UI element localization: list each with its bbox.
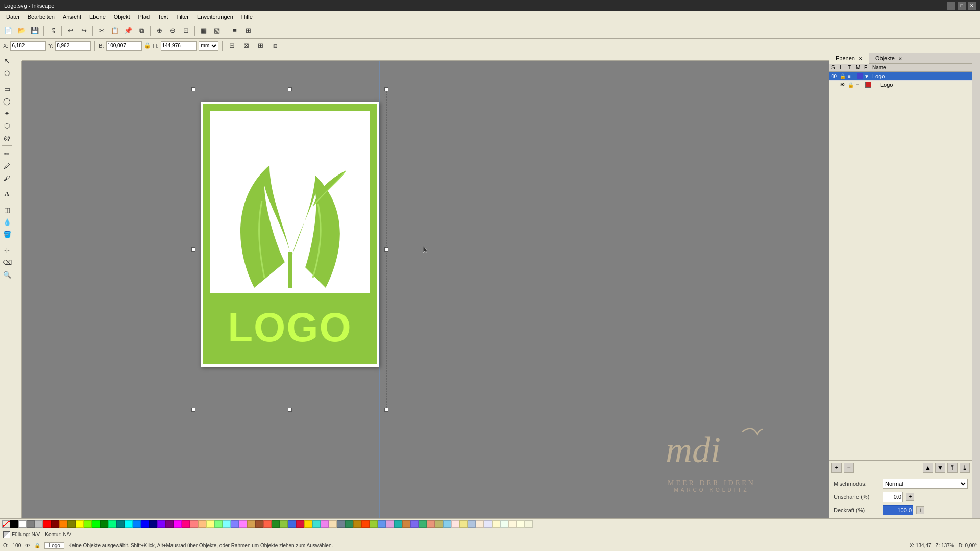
palette-color-maroon[interactable]: [51, 520, 59, 528]
unschaerfe-add[interactable]: +: [906, 493, 914, 501]
zoom-fit-button[interactable]: ⊡: [180, 24, 192, 37]
minimize-button[interactable]: ─: [947, 2, 955, 10]
close-button[interactable]: ✕: [968, 2, 976, 10]
palette-color-wheat[interactable]: [329, 520, 337, 528]
rect-tool[interactable]: ▭: [2, 83, 13, 94]
b-input[interactable]: 100,007: [106, 41, 142, 51]
star-tool[interactable]: ✦: [2, 108, 13, 119]
palette-color-skyblue[interactable]: [443, 520, 451, 528]
palette-color-turquoise[interactable]: [312, 520, 321, 528]
fill-swatch[interactable]: [3, 531, 10, 538]
tab-objekte[interactable]: Objekte ✕: [869, 53, 909, 63]
palette-color-cyan[interactable]: [125, 520, 133, 528]
palette-color-lightgreen[interactable]: [214, 520, 223, 528]
palette-color-yellowgreen[interactable]: [370, 520, 378, 528]
deckraft-add[interactable]: +: [916, 506, 924, 514]
layer2-list[interactable]: ≡: [856, 82, 864, 88]
canvas-area[interactable]: LOGO mdi: [14, 53, 829, 518]
layer1-list[interactable]: ≡: [848, 73, 856, 79]
ungroup-button[interactable]: ▧: [211, 24, 223, 37]
palette-color-antiquewhite[interactable]: [476, 520, 484, 528]
menu-hilfe[interactable]: Hilfe: [237, 13, 257, 21]
palette-color-darkkhaki[interactable]: [435, 520, 443, 528]
transform-btn-4[interactable]: ⧈: [269, 40, 281, 52]
handle-bottom-left[interactable]: [191, 408, 195, 412]
palette-color-gray[interactable]: [27, 520, 35, 528]
print-button[interactable]: 🖨: [46, 24, 59, 37]
transform-btn-1[interactable]: ⊟: [226, 40, 238, 52]
y-input[interactable]: 8,962: [55, 41, 91, 51]
transform-btn-3[interactable]: ⊞: [255, 40, 267, 52]
layer2-eye[interactable]: 👁: [840, 82, 848, 88]
handle-middle-right[interactable]: [384, 247, 388, 252]
redo-button[interactable]: ↪: [78, 24, 90, 37]
palette-color-lavender[interactable]: [484, 520, 492, 528]
palette-color-gold[interactable]: [247, 520, 255, 528]
zoom-in-button[interactable]: ⊕: [153, 24, 165, 37]
menu-pfad[interactable]: Pfad: [134, 13, 154, 21]
cut-button[interactable]: ✂: [95, 24, 108, 37]
palette-color-orangered[interactable]: [361, 520, 370, 528]
palette-color-azure[interactable]: [133, 520, 141, 528]
spiral-tool[interactable]: @: [2, 132, 13, 143]
palette-color-darksalmon[interactable]: [427, 520, 435, 528]
unschaerfe-input[interactable]: 0.0: [883, 492, 903, 502]
maximize-button[interactable]: □: [958, 2, 966, 10]
palette-color-olive[interactable]: [67, 520, 76, 528]
palette-color-peru[interactable]: [402, 520, 410, 528]
gradient-tool[interactable]: ◫: [2, 204, 13, 215]
palette-color-lightyellow[interactable]: [206, 520, 214, 528]
palette-color-cornsilk[interactable]: [508, 520, 517, 528]
palette-color-red[interactable]: [43, 520, 51, 528]
palette-color-seagreen[interactable]: [345, 520, 353, 528]
palette-color-cornflower[interactable]: [378, 520, 386, 528]
palette-color-orange[interactable]: [59, 520, 67, 528]
palette-color-orchid[interactable]: [321, 520, 329, 528]
palette-color-magenta[interactable]: [174, 520, 182, 528]
palette-color-plum[interactable]: [386, 520, 394, 528]
h-input[interactable]: 144,976: [161, 41, 197, 51]
paint-bucket-tool[interactable]: 🪣: [2, 229, 13, 240]
handle-bottom-middle[interactable]: [288, 408, 292, 412]
palette-color-lightcyan[interactable]: [223, 520, 231, 528]
ellipse-tool[interactable]: ◯: [2, 95, 13, 107]
palette-color-lightmagenta[interactable]: [239, 520, 247, 528]
layer-down-button[interactable]: ▼: [935, 463, 945, 473]
palette-color-royalblue[interactable]: [288, 520, 296, 528]
palette-color-beige[interactable]: [525, 520, 533, 528]
deckraft-input[interactable]: 100.0: [883, 505, 913, 515]
layer-bottom-button[interactable]: ⤓: [960, 463, 970, 473]
calligraphy-tool[interactable]: 🖋: [2, 172, 13, 184]
palette-color-mistyrose[interactable]: [451, 520, 459, 528]
palette-color-tomato[interactable]: [263, 520, 272, 528]
palette-color-purple[interactable]: [165, 520, 174, 528]
layer-row-2[interactable]: 👁 🔒 ≡ Logo: [829, 81, 972, 89]
palette-color-chartreuse[interactable]: [84, 520, 92, 528]
palette-color-salmon[interactable]: [190, 520, 198, 528]
palette-color-lightseagreen[interactable]: [394, 520, 402, 528]
menu-text[interactable]: Text: [154, 13, 172, 21]
palette-color-lemonchiffon[interactable]: [492, 520, 500, 528]
open-button[interactable]: 📂: [15, 24, 28, 37]
palette-color-lightyellow2[interactable]: [517, 520, 525, 528]
drawing-canvas[interactable]: LOGO mdi: [22, 61, 829, 518]
palette-color-rose[interactable]: [182, 520, 190, 528]
palette-color-khaki[interactable]: [459, 520, 468, 528]
tab-ebenen[interactable]: Ebenen ✕: [829, 53, 869, 64]
layer-up-button[interactable]: ▲: [923, 463, 933, 473]
palette-color-medseagreen[interactable]: [419, 520, 427, 528]
menu-erweiterungen[interactable]: Erweiterungen: [193, 13, 237, 21]
palette-color-green[interactable]: [100, 520, 108, 528]
handle-bottom-right[interactable]: [384, 408, 388, 412]
palette-color-peach[interactable]: [198, 520, 206, 528]
palette-color-slate[interactable]: [337, 520, 345, 528]
palette-color-violet[interactable]: [157, 520, 165, 528]
distribute-button[interactable]: ⊞: [242, 24, 254, 37]
paste-button[interactable]: 📌: [122, 24, 134, 37]
menu-objekt[interactable]: Objekt: [110, 13, 134, 21]
group-button[interactable]: ▦: [198, 24, 210, 37]
palette-color-spring[interactable]: [108, 520, 116, 528]
new-button[interactable]: 📄: [2, 24, 14, 37]
zoom-tool[interactable]: 🔍: [2, 269, 13, 280]
copy-button[interactable]: 📋: [109, 24, 121, 37]
